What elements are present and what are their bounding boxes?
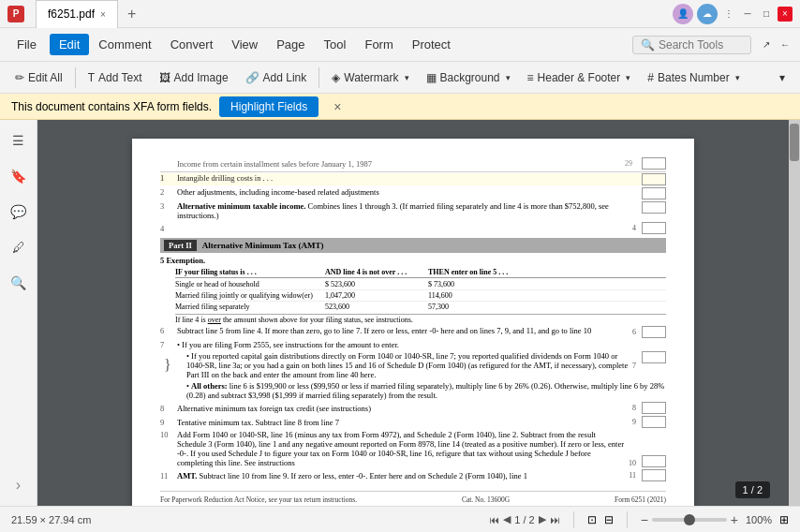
nav-last-btn[interactable]: ⏭ bbox=[550, 514, 560, 525]
page-size-label: 21.59 × 27.94 cm bbox=[11, 514, 91, 525]
external-link-icon[interactable]: ↗ bbox=[759, 37, 774, 52]
bates-number-btn[interactable]: # Bates Number bbox=[640, 68, 747, 87]
table-row-1-col1: Married filing jointly or qualifying wid… bbox=[175, 291, 325, 300]
sidebar-collapse-btn[interactable]: › bbox=[6, 472, 32, 498]
title-bar-left: P f6251.pdf × + bbox=[7, 0, 145, 28]
profile-icon[interactable]: 👤 bbox=[673, 4, 693, 24]
zoom-slider[interactable] bbox=[652, 518, 727, 522]
toolbar-separator-1 bbox=[75, 67, 76, 88]
search-icon: 🔍 bbox=[641, 38, 655, 52]
zoom-controls: − + 100% ⊞ bbox=[641, 512, 789, 527]
page-nav-label: 1 / 2 bbox=[514, 514, 534, 525]
search-tools-input[interactable] bbox=[659, 38, 743, 52]
paperwork-note: For Paperwork Reduction Act Notice, see … bbox=[160, 495, 357, 504]
nav-prev-btn[interactable]: ◀ bbox=[503, 513, 511, 525]
highlight-fields-btn[interactable]: Highlight Fields bbox=[219, 96, 319, 117]
pdf-page: Income from certain installment sales be… bbox=[132, 139, 694, 506]
nav-next-btn[interactable]: ▶ bbox=[539, 513, 546, 525]
add-tab-btn[interactable]: + bbox=[118, 0, 145, 28]
add-image-btn[interactable]: 🖼 Add Image bbox=[152, 68, 236, 87]
main-layout: ☰ 🔖 💬 🖊 🔍 › Income from certain installm… bbox=[0, 120, 800, 506]
add-link-icon: 🔗 bbox=[245, 71, 259, 84]
menu-item-protect[interactable]: Protect bbox=[403, 34, 460, 55]
file-menu: File bbox=[7, 34, 46, 55]
left-sidebar: ☰ 🔖 💬 🖊 🔍 › bbox=[0, 120, 37, 506]
exemption-label: 5 Exemption. bbox=[160, 256, 666, 265]
add-link-btn[interactable]: 🔗 Add Link bbox=[238, 68, 315, 87]
zoom-level-label: 100% bbox=[742, 514, 776, 525]
pdf-area[interactable]: Income from certain installment sales be… bbox=[37, 120, 789, 506]
table-row-1-col2: 1,047,200 bbox=[325, 291, 428, 300]
table-header-col2: AND line 4 is not over . . . bbox=[325, 268, 428, 276]
notification-close-btn[interactable]: × bbox=[333, 99, 341, 114]
page-counter: 1 / 2 bbox=[735, 481, 770, 498]
toolbar: ✏ Edit All T Add Text 🖼 Add Image 🔗 Add … bbox=[0, 62, 800, 94]
toolbar-expand-btn[interactable]: ▾ bbox=[772, 68, 793, 87]
minimize-btn[interactable]: ─ bbox=[740, 7, 755, 22]
nav-first-btn[interactable]: ⏮ bbox=[489, 514, 499, 525]
active-tab[interactable]: f6251.pdf × bbox=[36, 0, 118, 28]
part2-label: Part II bbox=[164, 240, 197, 251]
sidebar-pages-icon[interactable]: ☰ bbox=[6, 127, 32, 154]
fit-width-btn[interactable]: ⊟ bbox=[604, 513, 614, 526]
notification-bar: This document contains XFA form fields. … bbox=[0, 94, 800, 120]
zoom-fit-btn[interactable]: ⊞ bbox=[779, 513, 789, 526]
sidebar-comment-icon[interactable]: 💬 bbox=[6, 199, 32, 225]
close-btn[interactable]: × bbox=[778, 7, 793, 22]
title-bar: P f6251.pdf × + 👤 ☁ ⋮ ─ □ × bbox=[0, 0, 800, 28]
fit-page-btn[interactable]: ⊡ bbox=[587, 513, 597, 526]
table-header-col3: THEN enter on line 5 . . . bbox=[428, 268, 666, 276]
add-image-icon: 🖼 bbox=[159, 71, 170, 84]
right-scrollbar[interactable] bbox=[789, 120, 800, 506]
maximize-btn[interactable]: □ bbox=[759, 7, 774, 22]
menu-item-comment[interactable]: Comment bbox=[89, 34, 160, 55]
menu-item-page[interactable]: Page bbox=[267, 34, 314, 55]
back-icon[interactable]: ← bbox=[778, 37, 793, 52]
nav-controls: ⏮ ◀ 1 / 2 ▶ ⏭ bbox=[489, 513, 559, 525]
cloud-icon[interactable]: ☁ bbox=[697, 4, 718, 24]
edit-all-btn[interactable]: ✏ Edit All bbox=[7, 68, 70, 87]
table-row-1-col3: 114,600 bbox=[428, 291, 666, 300]
part2-title: Alternative Minimum Tax (AMT) bbox=[202, 241, 324, 250]
tab-close-btn[interactable]: × bbox=[100, 9, 106, 20]
edit-all-icon: ✏ bbox=[15, 71, 24, 84]
table-row-0-col3: $ 73,600 bbox=[428, 280, 666, 288]
table-row-2-col1: Married filing separately bbox=[175, 303, 325, 311]
toolbar-separator-2 bbox=[319, 67, 319, 88]
sidebar-bookmark-icon[interactable]: 🔖 bbox=[6, 163, 32, 189]
sidebar-pen-icon[interactable]: 🖊 bbox=[6, 234, 32, 260]
title-bar-right: 👤 ☁ ⋮ ─ □ × bbox=[673, 4, 793, 24]
add-text-btn[interactable]: T Add Text bbox=[81, 68, 150, 87]
menu-item-tool[interactable]: Tool bbox=[315, 34, 356, 55]
notification-text: This document contains XFA form fields. bbox=[11, 100, 212, 113]
add-text-icon: T bbox=[88, 71, 95, 84]
menu-item-form[interactable]: Form bbox=[355, 34, 402, 55]
form-label: Form 6251 (2021) bbox=[615, 495, 666, 504]
menu-item-file[interactable]: File bbox=[7, 34, 46, 55]
watermark-icon: ◈ bbox=[332, 71, 340, 84]
menu-dots-icon[interactable]: ⋮ bbox=[721, 7, 736, 22]
background-btn[interactable]: ▦ Background bbox=[419, 68, 518, 87]
table-row-2-col3: 57,300 bbox=[428, 303, 666, 311]
zoom-in-btn[interactable]: + bbox=[731, 512, 738, 527]
bottom-toolbar: 21.59 × 27.94 cm ⏮ ◀ 1 / 2 ▶ ⏭ ⊡ ⊟ − + 1… bbox=[0, 506, 800, 532]
toolbar-right: ▾ bbox=[772, 68, 793, 87]
sidebar-search-icon[interactable]: 🔍 bbox=[6, 270, 32, 296]
app-icon: P bbox=[7, 6, 24, 22]
zoom-out-btn[interactable]: − bbox=[641, 512, 648, 527]
cat-no: Cat. No. 13600G bbox=[462, 495, 510, 504]
bates-number-icon: # bbox=[647, 71, 654, 84]
table-header-col1: IF your filing status is . . . bbox=[175, 268, 325, 276]
header-footer-icon: ≡ bbox=[527, 71, 534, 84]
table-row-0-col2: $ 523,600 bbox=[325, 280, 428, 288]
header-footer-btn[interactable]: ≡ Header & Footer bbox=[520, 68, 639, 87]
tab-filename: f6251.pdf bbox=[48, 7, 95, 21]
table-note: If line 4 is over the amount shown above… bbox=[175, 314, 666, 324]
menu-item-edit[interactable]: Edit bbox=[50, 34, 89, 55]
menu-item-convert[interactable]: Convert bbox=[161, 34, 223, 55]
menu-item-view[interactable]: View bbox=[222, 34, 267, 55]
watermark-btn[interactable]: ◈ Watermark bbox=[324, 68, 416, 87]
table-row-2-col2: 523,600 bbox=[325, 303, 428, 311]
menu-bar: File Edit Comment Convert View Page Tool… bbox=[0, 28, 800, 62]
background-icon: ▦ bbox=[426, 71, 437, 84]
